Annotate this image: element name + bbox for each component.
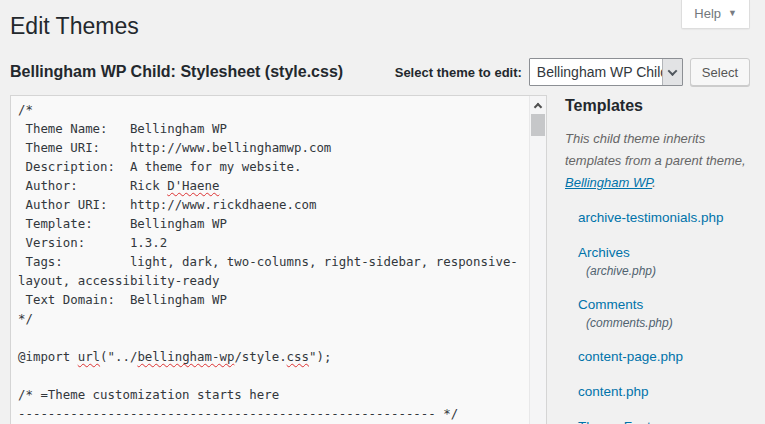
template-link[interactable]: content-page.php [578, 349, 683, 365]
code-line [18, 328, 529, 347]
misspelled-word: bellingham-wp [137, 349, 234, 364]
editor-scrollbar[interactable] [529, 96, 546, 424]
code-line: ----------------------------------------… [18, 404, 529, 423]
template-list-item: content-page.php [578, 347, 760, 365]
theme-select[interactable]: Bellingham WP Child [529, 58, 683, 86]
template-list: archive-testimonials.php Archives (archi… [578, 208, 760, 424]
help-button[interactable]: Help ▼ [681, 0, 750, 29]
page-title: Edit Themes [0, 0, 765, 41]
code-line: /* [18, 100, 529, 119]
misspelled-word: url [78, 349, 100, 364]
templates-description: This child theme inherits templates from… [565, 128, 760, 194]
template-link[interactable]: Comments [578, 297, 643, 313]
scrollbar-thumb[interactable] [531, 114, 545, 136]
editor-toolbar: Bellingham WP Child: Stylesheet (style.c… [10, 58, 750, 86]
templates-description-suffix: . [652, 175, 656, 190]
code-line: Text Domain: Bellingham WP [18, 290, 529, 309]
template-file-name: (archive.php) [586, 264, 760, 278]
template-link[interactable]: Archives [578, 245, 630, 261]
code-textarea[interactable]: /* Theme Name: Bellingham WP Theme URI: … [11, 96, 529, 424]
theme-select-value: Bellingham WP Child [530, 64, 662, 80]
template-link[interactable]: content.php [578, 384, 649, 400]
code-line: Theme URI: http://www.bellinghamwp.com [18, 138, 529, 157]
caret-down-icon: ▼ [728, 9, 737, 18]
template-list-item: content.php [578, 382, 760, 400]
scroll-up-button[interactable] [530, 96, 546, 113]
template-list-item: Archives (archive.php) [578, 243, 760, 278]
code-line: Version: 1.3.2 [18, 233, 529, 252]
code-line [18, 366, 529, 385]
select-arrow-segment[interactable] [662, 59, 682, 85]
main-content: /* Theme Name: Bellingham WP Theme URI: … [10, 95, 765, 424]
code-line: layout, accessibility-ready [18, 271, 529, 290]
template-file-name: (comments.php) [586, 316, 760, 330]
code-line: */ [18, 309, 529, 328]
select-theme-label: Select theme to edit: [395, 65, 522, 80]
help-label: Help [694, 6, 721, 21]
code-line: /* =Theme customization starts here [18, 385, 529, 404]
code-line: Description: A theme for my website. [18, 157, 529, 176]
theme-switcher: Select theme to edit: Bellingham WP Chil… [395, 58, 750, 86]
templates-sidebar: Templates This child theme inherits temp… [565, 95, 760, 424]
templates-description-text: This child theme inherits templates from… [565, 131, 746, 168]
code-line: Theme Name: Bellingham WP [18, 119, 529, 138]
select-theme-button[interactable]: Select [690, 58, 750, 86]
code-line: Author URI: http://www.rickdhaene.com [18, 195, 529, 214]
parent-theme-link[interactable]: Bellingham WP [565, 175, 652, 190]
code-line: Author: Rick D'Haene [18, 176, 529, 195]
chevron-down-icon [667, 66, 677, 76]
template-list-item: archive-testimonials.php [578, 208, 760, 226]
templates-heading: Templates [565, 97, 760, 115]
code-line: @import url("../bellingham-wp/style.css"… [18, 347, 529, 366]
chevron-up-icon [534, 102, 542, 110]
misspelled-word: css [287, 349, 309, 364]
template-link[interactable]: Theme Footer [578, 419, 663, 424]
code-line: Template: Bellingham WP [18, 214, 529, 233]
misspelled-word: D'Haene [167, 178, 219, 193]
file-title: Bellingham WP Child: Stylesheet (style.c… [10, 63, 343, 81]
template-link[interactable]: archive-testimonials.php [578, 210, 724, 226]
code-line: Tags: light, dark, two-columns, right-si… [18, 252, 529, 271]
template-list-item: Comments (comments.php) [578, 295, 760, 330]
code-editor[interactable]: /* Theme Name: Bellingham WP Theme URI: … [10, 95, 547, 424]
template-list-item: Theme Footer (footer.php) [578, 417, 760, 424]
